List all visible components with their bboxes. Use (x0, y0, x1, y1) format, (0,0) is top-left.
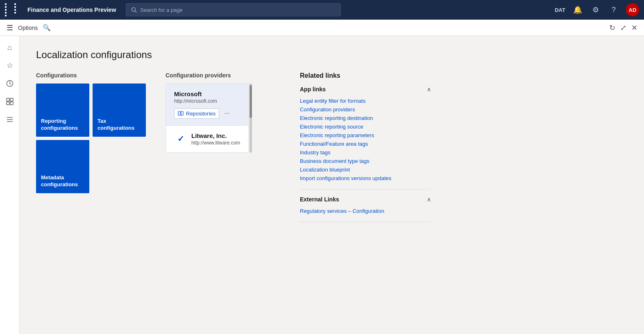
provider-litware-url: http://www.litware.com (191, 140, 240, 146)
provider-litware: ✓ Litware, Inc. http://www.litware.com (166, 126, 248, 152)
secondary-toolbar: ☰ Options 🔍 ↻ ⤢ ✕ (0, 20, 644, 36)
page-title: Localization configurations (36, 49, 628, 61)
help-icon[interactable]: ? (608, 4, 619, 16)
link-legal-entity-filter[interactable]: Legal entity filter for formats (300, 97, 431, 105)
tile-reporting-configurations[interactable]: Reporting configurations (36, 84, 89, 137)
hamburger-menu-icon[interactable]: ☰ (7, 23, 13, 32)
link-functional-feature-tags[interactable]: Functional/Feature area tags (300, 140, 431, 148)
svg-rect-7 (7, 102, 9, 105)
providers-section: Configuration providers Microsoft http:/… (166, 72, 280, 153)
link-electronic-reporting-parameters[interactable]: Electronic reporting parameters (300, 131, 431, 140)
provider-litware-name: Litware, Inc. (191, 132, 240, 139)
config-tiles-grid: Reporting configurations Tax configurati… (36, 84, 146, 193)
scroll-bar[interactable] (249, 84, 252, 153)
link-regulatory-services[interactable]: Regulatory services – Configuration (300, 207, 431, 215)
external-links-divider (300, 222, 431, 222)
related-links-title: Related links (300, 72, 431, 79)
refresh-icon[interactable]: ↻ (609, 23, 615, 32)
link-electronic-reporting-source[interactable]: Electronic reporting source (300, 122, 431, 131)
svg-rect-12 (178, 111, 180, 115)
main-content: Localization configurations Configuratio… (20, 36, 644, 334)
svg-rect-5 (7, 98, 9, 101)
toolbar-actions: ↻ ⤢ ✕ (609, 23, 637, 32)
repository-icon (178, 111, 184, 116)
nav-actions: DAT 🔔 ⚙ ? AD (555, 3, 639, 16)
content-layout: Configurations Reporting configurations … (36, 72, 628, 229)
provider-more-button[interactable]: ··· (222, 108, 231, 119)
repositories-button[interactable]: Repositories (174, 108, 219, 119)
providers-title: Configuration providers (166, 72, 280, 79)
link-configuration-providers[interactable]: Configuration providers (300, 105, 431, 114)
svg-line-1 (135, 11, 137, 13)
left-sidebar: ⌂ ☆ (0, 36, 20, 334)
sidebar-item-workspaces[interactable] (2, 93, 18, 110)
link-electronic-reporting-destination[interactable]: Electronic reporting destination (300, 114, 431, 122)
notifications-icon[interactable]: 🔔 (572, 4, 583, 16)
provider-microsoft-url: http://microsoft.com (174, 98, 240, 104)
link-localization-blueprint[interactable]: Localization blueprint (300, 165, 431, 174)
configurations-section: Configurations Reporting configurations … (36, 72, 146, 193)
top-navigation: Finance and Operations Preview Search fo… (0, 0, 644, 20)
sidebar-item-favorites[interactable]: ☆ (2, 57, 18, 74)
app-links-list: Legal entity filter for formats Configur… (300, 97, 431, 183)
svg-line-4 (10, 84, 11, 85)
configurations-title: Configurations (36, 72, 146, 79)
svg-rect-6 (10, 98, 13, 101)
link-import-configurations[interactable]: Import configurations versions updates (300, 174, 431, 183)
providers-list: Microsoft http://microsoft.com Repositor… (166, 84, 249, 153)
app-links-header: App links ∧ (300, 86, 431, 93)
scroll-thumb (249, 85, 252, 118)
tile-tax-configurations[interactable]: Tax configurations (93, 84, 146, 137)
links-divider (300, 189, 431, 190)
search-bar[interactable]: Search for a page (126, 3, 340, 16)
toolbar-search-icon[interactable]: 🔍 (43, 24, 51, 32)
link-industry-tags[interactable]: Industry tags (300, 148, 431, 157)
app-links-section: App links ∧ Legal entity filter for form… (300, 86, 431, 183)
sidebar-item-home[interactable]: ⌂ (2, 39, 18, 56)
link-business-document-type-tags[interactable]: Business document type tags (300, 157, 431, 165)
external-links-list: Regulatory services – Configuration (300, 207, 431, 215)
settings-icon[interactable]: ⚙ (590, 4, 601, 16)
provider-microsoft-name: Microsoft (174, 90, 240, 97)
app-title: Finance and Operations Preview (27, 7, 116, 13)
sidebar-item-recent[interactable] (2, 75, 18, 92)
environment-badge: DAT (555, 7, 565, 13)
expand-icon[interactable]: ⤢ (620, 23, 626, 32)
tile-metadata-configurations[interactable]: Metadata configurations (36, 140, 89, 193)
external-links-header: External Links ∧ (300, 196, 431, 203)
search-icon (131, 7, 137, 13)
app-links-title: App links (300, 86, 326, 93)
svg-rect-13 (181, 111, 183, 115)
search-placeholder: Search for a page (140, 7, 182, 13)
toolbar-options-label: Options (18, 25, 38, 31)
tile-empty (93, 140, 146, 193)
provider-litware-info: Litware, Inc. http://www.litware.com (191, 132, 240, 146)
avatar[interactable]: AD (626, 3, 639, 16)
provider-microsoft-actions: Repositories ··· (174, 108, 240, 119)
active-check-icon: ✓ (174, 132, 187, 145)
external-links-section: External Links ∧ Regulatory services – C… (300, 196, 431, 215)
providers-wrapper: Microsoft http://microsoft.com Repositor… (166, 84, 280, 153)
app-links-collapse-icon[interactable]: ∧ (427, 86, 431, 93)
sidebar-item-modules[interactable] (2, 111, 18, 128)
external-links-title: External Links (300, 196, 339, 203)
related-links-section: Related links App links ∧ Legal entity f… (300, 72, 431, 229)
provider-microsoft: Microsoft http://microsoft.com Repositor… (166, 84, 248, 126)
external-links-collapse-icon[interactable]: ∧ (427, 196, 431, 203)
apps-grid-icon[interactable] (5, 3, 23, 16)
provider-litware-row: ✓ Litware, Inc. http://www.litware.com (174, 132, 240, 146)
close-icon[interactable]: ✕ (631, 23, 637, 32)
svg-rect-8 (10, 102, 13, 105)
